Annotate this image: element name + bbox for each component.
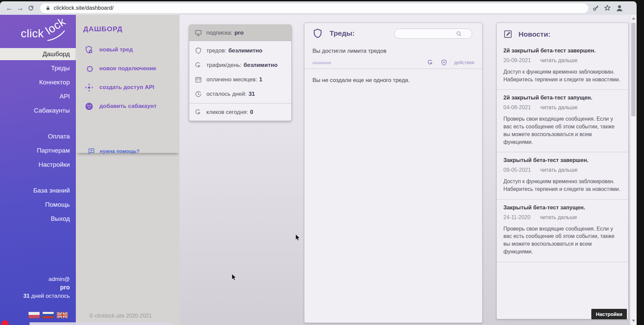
- account-info: admin@ pro 31 дней осталось: [23, 275, 70, 300]
- subscription-label: подписка:: [206, 30, 232, 36]
- profile-avatar-icon[interactable]: [615, 4, 624, 12]
- new-connection-label: новое подключение: [99, 65, 156, 72]
- sidebar-item-settings[interactable]: Настройки: [0, 158, 76, 172]
- clock-icon: [195, 90, 202, 98]
- days-left-value: 31: [249, 91, 255, 97]
- mouse-cursor: [231, 274, 238, 281]
- shield-icon: [195, 47, 202, 54]
- toolbar-right-icons: [592, 4, 624, 12]
- sidebar-item-dashboard[interactable]: Дашборд: [0, 48, 76, 60]
- news-item-body: Проверь свои входящие сообщения. Если у …: [503, 225, 622, 256]
- subscription-rows: тредов: безлимитно трафик/день: безлимит…: [189, 41, 291, 103]
- news-item: 2й закрытый бета-тест завершен. 20-09-20…: [497, 43, 628, 90]
- copyright: © clicklock.site 2020-2021: [89, 313, 152, 319]
- sidebar-item-api[interactable]: API: [0, 89, 76, 104]
- create-api-access-button[interactable]: создать доступ API: [76, 78, 180, 97]
- subscription-card: подписка: pro тредов: безлимитно: [189, 25, 292, 121]
- back-button[interactable]: ←: [4, 3, 15, 13]
- monitor-icon: [195, 29, 202, 37]
- threads-limit-label: тредов:: [206, 47, 226, 54]
- threads-panel-title: Треды:: [330, 29, 355, 37]
- news-item-title: Закрытый бета-тест запущен.: [503, 204, 622, 211]
- threads-limit-value: безлимитно: [228, 47, 262, 54]
- news-item-date: 20-09-2021: [503, 57, 531, 64]
- threads-panel: Треды: Вы достигли лимита тредов названи…: [304, 23, 483, 323]
- days-left-label: осталось дней:: [206, 91, 247, 97]
- clicklock-logo: click lock: [0, 15, 76, 47]
- sidebar-item-payment[interactable]: Оплата: [0, 129, 76, 144]
- shield-star-icon[interactable]: [441, 59, 447, 66]
- sidebar-item-partners[interactable]: Партнерам: [0, 144, 76, 158]
- page: click lock Дашборд Треды Коннектор API С…: [0, 15, 637, 325]
- shield-plus-icon: [85, 45, 94, 54]
- read-more-link[interactable]: читать дальше: [540, 105, 578, 111]
- read-more-link[interactable]: читать дальше: [540, 214, 577, 220]
- actions-panel-title: ДАШБОРД: [83, 25, 180, 33]
- russian-flag[interactable]: [43, 312, 54, 318]
- video-seek-bar: [30, 322, 173, 325]
- new-thread-label: новый тред: [99, 46, 133, 53]
- add-subaccount-button[interactable]: добавить сабакаунт: [76, 97, 180, 116]
- mouse-cursor: [295, 234, 302, 241]
- url-text: clicklock.site/dashboard/: [54, 5, 113, 11]
- column-actions-label: действия: [454, 60, 474, 65]
- threads-search-input[interactable]: [399, 31, 456, 37]
- clicks-today-label: кликов сегодня:: [206, 109, 248, 116]
- news-item-body: Доступ к функциям временно заблокирован.…: [503, 178, 622, 193]
- scroll-up-arrow-icon[interactable]: [632, 17, 635, 19]
- news-item: Закрытый бета-тест запущен. 24-11-2020 ч…: [497, 200, 628, 262]
- click-icon[interactable]: [427, 59, 434, 66]
- polish-flag[interactable]: [29, 312, 40, 318]
- new-connection-button[interactable]: новое подключение: [76, 59, 180, 78]
- browser-toolbar: ← → clicklock.site/dashboard/: [0, 1, 637, 15]
- sidebar: click lock Дашборд Треды Коннектор API С…: [0, 15, 76, 325]
- calendar-icon: [195, 76, 202, 83]
- news-item-date: 24-11-2020: [503, 214, 531, 220]
- edit-square-icon: [503, 30, 512, 39]
- video-settings-tooltip: Настройки: [591, 309, 627, 319]
- scroll-down-arrow-icon[interactable]: [632, 320, 635, 322]
- key-icon[interactable]: [592, 4, 600, 12]
- sidebar-item-knowledge-base[interactable]: База знаний: [0, 184, 76, 198]
- bookmark-star-icon[interactable]: [604, 4, 611, 12]
- read-more-link[interactable]: читать дальше: [540, 57, 578, 64]
- forward-button[interactable]: →: [15, 3, 26, 13]
- actions-card: ДАШБОРД новый тред новое подключение: [76, 15, 180, 153]
- account-days-left: 31 дней осталось: [23, 292, 70, 300]
- reload-button[interactable]: [26, 3, 36, 13]
- english-flag[interactable]: [57, 312, 68, 318]
- account-days-number: 31: [23, 293, 30, 299]
- face-icon: [85, 102, 94, 111]
- content-area: подписка: pro тредов: безлимитно: [180, 15, 630, 325]
- click-icon: [195, 62, 202, 69]
- vertical-scrollbar[interactable]: [630, 15, 637, 325]
- sidebar-item-help[interactable]: Помощь: [0, 198, 76, 212]
- news-item-meta: 24-11-2020 читать дальше: [503, 214, 622, 220]
- sidebar-item-subaccounts[interactable]: Сабакаунты: [0, 104, 76, 118]
- news-item-date: 09-05-2021: [503, 167, 531, 173]
- new-thread-button[interactable]: новый тред: [76, 40, 180, 59]
- sidebar-item-logout[interactable]: Выход: [0, 212, 76, 226]
- need-help-link[interactable]: нужна помощь?: [88, 148, 140, 155]
- browser-window: ← → clicklock.site/dashboard/: [0, 1, 637, 325]
- news-item-meta: 20-09-2021 читать дальше: [503, 57, 622, 64]
- sidebar-item-threads[interactable]: Треды: [0, 61, 76, 75]
- days-left-row: осталось дней: 31: [189, 87, 291, 101]
- scrollbar-thumb[interactable]: [631, 23, 636, 116]
- paid-months-label: оплачено месяцев:: [206, 76, 257, 83]
- clicks-today-row: кликов сегодня: 0: [189, 103, 291, 121]
- screen: ← → clicklock.site/dashboard/: [0, 0, 644, 325]
- threads-header-actions: действия: [427, 59, 474, 66]
- read-more-link[interactable]: читать дальше: [540, 167, 578, 173]
- sidebar-item-connector[interactable]: Коннектор: [0, 75, 76, 89]
- news-header: Новости:: [497, 23, 628, 43]
- traffic-value: безлимитно: [244, 62, 278, 69]
- shield-icon: [312, 28, 323, 39]
- search-icon[interactable]: [456, 31, 462, 37]
- threads-header: Треды:: [304, 23, 482, 44]
- language-switcher: [29, 312, 68, 318]
- threads-table-header: название действия: [304, 54, 482, 69]
- actions-column: ДАШБОРД новый тред новое подключение: [76, 15, 180, 325]
- expand-arrows-icon: [85, 83, 94, 92]
- address-bar[interactable]: clicklock.site/dashboard/: [40, 3, 588, 13]
